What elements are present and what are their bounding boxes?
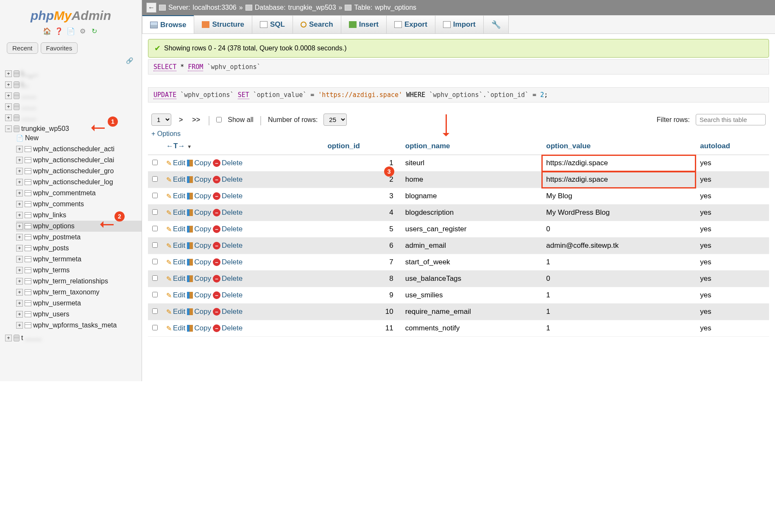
row-checkbox[interactable] xyxy=(152,325,158,330)
bc-server[interactable]: localhost:3306 xyxy=(193,4,237,11)
expand-icon[interactable]: + xyxy=(5,335,12,341)
link-icon[interactable]: 🔗 xyxy=(0,55,142,66)
copy-link[interactable]: Copy xyxy=(187,192,211,200)
tab-export[interactable]: Export xyxy=(386,15,435,33)
new-table[interactable]: New xyxy=(25,134,39,142)
expand-icon[interactable]: + xyxy=(16,311,23,318)
tab-sql[interactable]: SQL xyxy=(252,15,293,33)
expand-icon[interactable]: + xyxy=(16,322,23,329)
copy-link[interactable]: Copy xyxy=(187,241,211,250)
tab-insert[interactable]: Insert xyxy=(341,15,387,33)
delete-link[interactable]: −Delete xyxy=(213,291,243,299)
reload-icon[interactable]: ↻ xyxy=(90,27,99,36)
db-item[interactable]: ........ xyxy=(21,103,36,111)
delete-link[interactable]: −Delete xyxy=(213,308,243,316)
table-item[interactable]: +wphv_postmeta xyxy=(16,232,142,243)
table-item[interactable]: +wphv_posts xyxy=(16,243,142,254)
db-item[interactable]: t... xyxy=(21,81,29,89)
copy-link[interactable]: Copy xyxy=(187,324,211,332)
table-item[interactable]: +wphv_termmeta xyxy=(16,254,142,265)
expand-icon[interactable]: + xyxy=(16,256,23,263)
page-select[interactable]: 1 xyxy=(151,114,171,126)
delete-link[interactable]: −Delete xyxy=(213,258,243,266)
copy-link[interactable]: Copy xyxy=(187,308,211,316)
delete-link[interactable]: −Delete xyxy=(213,274,243,283)
expand-icon[interactable]: + xyxy=(5,81,12,88)
delete-link[interactable]: −Delete xyxy=(213,159,243,167)
table-item[interactable]: +wphv_term_relationships xyxy=(16,276,142,287)
home-icon[interactable]: 🏠 xyxy=(43,27,51,36)
expand-icon[interactable]: + xyxy=(16,157,23,163)
show-all-checkbox[interactable] xyxy=(216,117,222,122)
bc-db[interactable]: trungkie_wp503 xyxy=(288,4,336,11)
col-option-value[interactable]: option_value xyxy=(542,138,696,155)
expand-icon[interactable]: + xyxy=(5,70,12,77)
table-item[interactable]: +wphv_actionscheduler_gro xyxy=(16,166,142,177)
db-item[interactable]: t..._... xyxy=(21,70,38,78)
row-checkbox[interactable] xyxy=(152,193,158,198)
delete-link[interactable]: −Delete xyxy=(213,175,243,184)
edit-link[interactable]: ✎Edit xyxy=(166,192,185,200)
row-checkbox[interactable] xyxy=(152,275,158,281)
expand-icon[interactable]: + xyxy=(5,92,12,99)
expand-icon[interactable]: + xyxy=(16,168,23,175)
table-item[interactable]: +wphv_actionscheduler_acti xyxy=(16,144,142,155)
tab-search[interactable]: Search xyxy=(293,15,341,33)
copy-link[interactable]: Copy xyxy=(187,208,211,217)
tab-browse[interactable]: Browse xyxy=(142,15,194,33)
copy-link[interactable]: Copy xyxy=(187,225,211,233)
row-checkbox[interactable] xyxy=(152,292,158,297)
delete-link[interactable]: −Delete xyxy=(213,241,243,250)
table-item[interactable]: +wphv_commentmeta xyxy=(16,188,142,199)
db-item[interactable]: ........ xyxy=(21,114,36,122)
row-checkbox[interactable] xyxy=(152,259,158,264)
edit-link[interactable]: ✎Edit xyxy=(166,225,185,233)
db-item[interactable]: ........ xyxy=(21,92,36,100)
expand-icon[interactable]: + xyxy=(5,114,12,121)
docs-icon[interactable]: 📄 xyxy=(67,27,75,36)
expand-icon[interactable]: + xyxy=(16,223,23,230)
edit-link[interactable]: ✎Edit xyxy=(166,258,185,266)
row-checkbox[interactable] xyxy=(152,209,158,215)
table-item[interactable]: +wphv_terms xyxy=(16,265,142,276)
expand-icon[interactable]: + xyxy=(16,278,23,285)
expand-icon[interactable]: + xyxy=(16,234,23,241)
table-item[interactable]: +wphv_term_taxonomy xyxy=(16,287,142,298)
db-item[interactable]: t xyxy=(21,334,23,342)
expand-icon[interactable]: + xyxy=(16,245,23,252)
table-item[interactable]: +wphv_actionscheduler_clai xyxy=(16,155,142,166)
copy-link[interactable]: Copy xyxy=(187,274,211,283)
copy-link[interactable]: Copy xyxy=(187,291,211,299)
col-option-id[interactable]: option_id xyxy=(323,138,401,155)
tab-more[interactable]: 🔧 xyxy=(483,15,509,33)
expand-icon[interactable]: + xyxy=(16,201,23,208)
delete-link[interactable]: −Delete xyxy=(213,324,243,332)
table-item[interactable]: +wphv_options2 xyxy=(16,221,142,232)
table-item[interactable]: +wphv_comments xyxy=(16,199,142,210)
row-checkbox[interactable] xyxy=(152,176,158,182)
expand-icon[interactable]: + xyxy=(16,190,23,197)
next-page[interactable]: > xyxy=(177,116,184,124)
recent-tab[interactable]: Recent xyxy=(7,42,38,54)
delete-link[interactable]: −Delete xyxy=(213,225,243,233)
collapse-icon[interactable]: − xyxy=(5,125,12,132)
favorites-tab[interactable]: Favorites xyxy=(41,42,78,54)
edit-link[interactable]: ✎Edit xyxy=(166,291,185,299)
copy-link[interactable]: Copy xyxy=(187,258,211,266)
filter-input[interactable] xyxy=(696,114,766,125)
expand-icon[interactable]: + xyxy=(16,179,23,186)
table-item[interactable]: +wphv_wpforms_tasks_meta xyxy=(16,320,142,331)
expand-icon[interactable]: + xyxy=(16,289,23,296)
table-item[interactable]: +wphv_users xyxy=(16,309,142,320)
table-item[interactable]: +wphv_actionscheduler_log xyxy=(16,177,142,188)
expand-icon[interactable]: + xyxy=(16,267,23,274)
copy-link[interactable]: Copy xyxy=(187,175,211,184)
edit-link[interactable]: ✎Edit xyxy=(166,159,185,167)
edit-link[interactable]: ✎Edit xyxy=(166,175,185,184)
edit-link[interactable]: ✎Edit xyxy=(166,308,185,316)
edit-link[interactable]: ✎Edit xyxy=(166,324,185,332)
copy-link[interactable]: Copy xyxy=(187,159,211,167)
row-checkbox[interactable] xyxy=(152,226,158,231)
logo[interactable]: phpMyAdmin xyxy=(0,8,142,23)
last-page[interactable]: >> xyxy=(190,116,202,124)
